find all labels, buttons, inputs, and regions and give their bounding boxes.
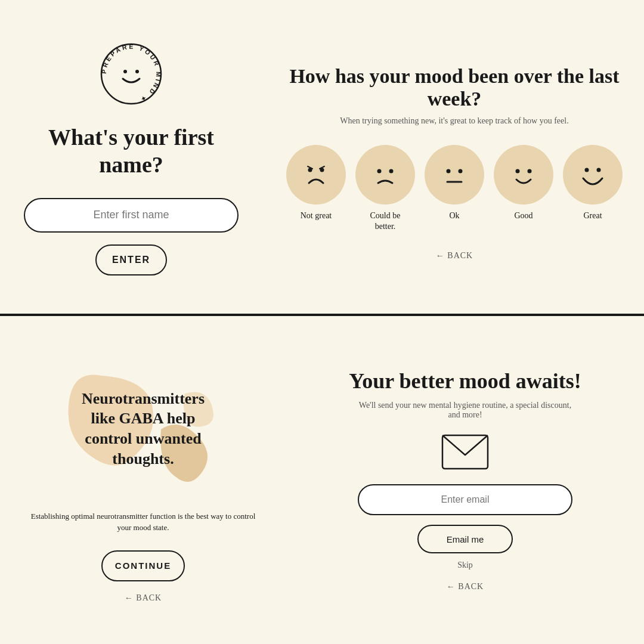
mood-label-could-be-better: Could bebetter. bbox=[370, 210, 401, 232]
svg-point-13 bbox=[585, 168, 589, 172]
email-subtitle: We'll send your new mental hygiene routi… bbox=[352, 401, 578, 420]
mood-label-great: Great bbox=[583, 210, 602, 221]
mood-face-could-be-better bbox=[355, 145, 415, 205]
mood-section: How has your mood been over the last wee… bbox=[262, 0, 644, 314]
continue-button[interactable]: CONTINUE bbox=[101, 550, 185, 581]
mood-ok[interactable]: Ok bbox=[425, 145, 484, 221]
page-title: What's your first name? bbox=[24, 124, 239, 178]
email-me-button[interactable]: Email me bbox=[417, 525, 513, 553]
enter-button[interactable]: ENTER bbox=[95, 244, 167, 275]
email-title: Your better mood awaits! bbox=[349, 369, 581, 394]
mood-label-not-great: Not great bbox=[301, 210, 332, 221]
mood-options: Not great Could bebetter. bbox=[286, 145, 623, 232]
mood-great[interactable]: Great bbox=[563, 145, 623, 221]
bottom-right-back-link[interactable]: ← BACK bbox=[447, 582, 484, 592]
mood-good[interactable]: Good bbox=[494, 145, 553, 221]
name-section: PREPARE YOUR MIND ✦ What's your first na… bbox=[0, 0, 262, 314]
svg-point-9 bbox=[459, 169, 463, 173]
fact-section: Neurotransmitters like GABA help control… bbox=[0, 316, 286, 644]
logo: PREPARE YOUR MIND ✦ bbox=[95, 38, 167, 110]
blob-container: Neurotransmitters like GABA help control… bbox=[60, 358, 227, 501]
svg-point-14 bbox=[597, 168, 601, 172]
svg-point-3 bbox=[135, 70, 139, 73]
email-section: Your better mood awaits! We'll send your… bbox=[286, 316, 644, 644]
svg-point-8 bbox=[447, 169, 451, 173]
bottom-tagline: Establishing optimal neurotransmitter fu… bbox=[24, 510, 262, 534]
mood-label-good: Good bbox=[514, 210, 532, 221]
mood-face-ok bbox=[425, 145, 484, 205]
mood-label-ok: Ok bbox=[449, 210, 459, 221]
mood-face-good bbox=[494, 145, 553, 205]
mood-title: How has your mood been over the last wee… bbox=[286, 65, 623, 110]
mood-could-be-better[interactable]: Could bebetter. bbox=[355, 145, 415, 232]
mood-back-link[interactable]: ← BACK bbox=[436, 251, 473, 261]
mood-face-great bbox=[563, 145, 623, 205]
svg-point-12 bbox=[528, 169, 532, 173]
first-name-input[interactable] bbox=[24, 198, 239, 233]
fact-text: Neurotransmitters like GABA help control… bbox=[78, 389, 209, 469]
email-input[interactable] bbox=[358, 484, 572, 515]
svg-point-2 bbox=[123, 70, 127, 73]
svg-point-11 bbox=[516, 169, 520, 173]
svg-point-7 bbox=[389, 169, 394, 173]
mood-subtitle: When trying something new, it's great to… bbox=[340, 116, 568, 126]
envelope-icon bbox=[441, 434, 489, 472]
mood-not-great[interactable]: Not great bbox=[286, 145, 346, 221]
svg-point-6 bbox=[377, 169, 382, 173]
bottom-left-back-link[interactable]: ← BACK bbox=[125, 593, 162, 603]
skip-link[interactable]: Skip bbox=[457, 561, 473, 570]
mood-face-not-great bbox=[286, 145, 346, 205]
